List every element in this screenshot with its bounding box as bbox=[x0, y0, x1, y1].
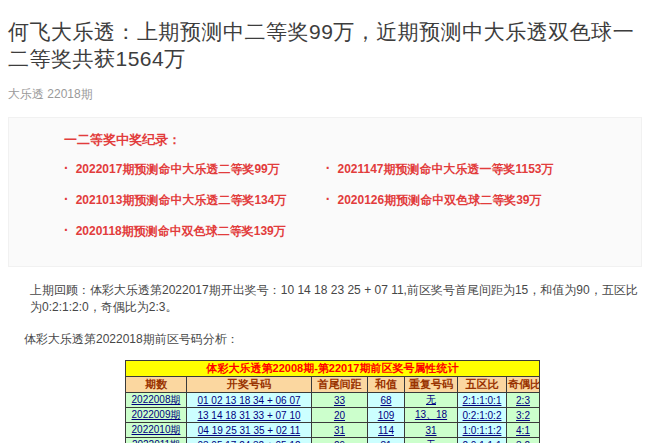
col-header-numbers: 开奖号码 bbox=[187, 377, 312, 393]
table-row: 2022011期 03 05 17 24 32 + 05 12 29 81 无 … bbox=[126, 438, 540, 443]
record-text: 2020126期预测命中双色球二等奖39万 bbox=[337, 192, 541, 209]
cell-repeat: 无 bbox=[405, 393, 458, 408]
cell-zone-ratio: 2:0:1:1:1 bbox=[458, 438, 507, 443]
cell-numbers: 01 02 13 18 34 + 06 07 bbox=[187, 393, 312, 408]
col-header-repeat: 重复号码 bbox=[405, 377, 458, 393]
cell-period: 2022011期 bbox=[126, 438, 187, 443]
table-title: 体彩大乐透第22008期-第22017期前区奖号属性统计 bbox=[126, 361, 540, 377]
table-row: 2022010期 04 19 25 31 35 + 02 11 31 114 3… bbox=[126, 423, 540, 438]
cell-repeat: 13、18 bbox=[405, 408, 458, 423]
cell-zone-ratio: 2:1:1:0:1 bbox=[458, 393, 507, 408]
cell-odd-even: 2:3 bbox=[507, 393, 540, 408]
cell-repeat: 31 bbox=[405, 423, 458, 438]
cell-sum: 114 bbox=[368, 423, 405, 438]
table-title-row: 体彩大乐透第22008期-第22017期前区奖号属性统计 bbox=[126, 361, 540, 377]
record-item: · 2020118期预测命中双色球二等奖139万 bbox=[64, 223, 326, 240]
cell-sum: 109 bbox=[368, 408, 405, 423]
cell-sum: 68 bbox=[368, 393, 405, 408]
cell-span: 33 bbox=[312, 393, 368, 408]
bullet-dot-icon: · bbox=[64, 193, 69, 205]
article-title: 何飞大乐透：上期预测中二等奖99万，近期预测中大乐透双色球一二等奖共获1564万 bbox=[8, 18, 640, 72]
bullet-dot-icon: · bbox=[326, 193, 331, 205]
record-text: 2021147期预测命中大乐透一等奖1153万 bbox=[337, 161, 553, 178]
cell-period: 2022009期 bbox=[126, 408, 187, 423]
table-row: 2022009期 13 14 18 31 33 + 07 10 20 109 1… bbox=[126, 408, 540, 423]
record-text: 2020118期预测命中双色球二等奖139万 bbox=[76, 223, 286, 240]
table-header-row: 期数 开奖号码 首尾间距 和值 重复号码 五区比 奇偶比 bbox=[126, 377, 540, 393]
cell-period: 2022008期 bbox=[126, 393, 187, 408]
cell-odd-even: 3:2 bbox=[507, 408, 540, 423]
records-box: 一二等奖中奖纪录： · 2022017期预测命中大乐透二等奖99万 · 2021… bbox=[8, 117, 642, 267]
records-title: 一二等奖中奖纪录： bbox=[64, 131, 621, 149]
col-header-span: 首尾间距 bbox=[312, 377, 368, 393]
cell-zone-ratio: 1:0:1:1:2 bbox=[458, 423, 507, 438]
article-page: 何飞大乐透：上期预测中二等奖99万，近期预测中大乐透双色球一二等奖共获1564万… bbox=[0, 18, 650, 443]
cell-repeat: 无 bbox=[405, 438, 458, 443]
cell-zone-ratio: 0:2:1:0:2 bbox=[458, 408, 507, 423]
cell-numbers: 03 05 17 24 32 + 05 12 bbox=[187, 438, 312, 443]
cell-span: 29 bbox=[312, 438, 368, 443]
front-zone-stats-table: 体彩大乐透第22008期-第22017期前区奖号属性统计 期数 开奖号码 首尾间… bbox=[125, 360, 540, 443]
record-text: 2022017期预测命中大乐透二等奖99万 bbox=[76, 161, 280, 178]
records-column-right: · 2021147期预测命中大乐透一等奖1153万 · 2020126期预测命中… bbox=[326, 161, 605, 254]
records-column-left: · 2022017期预测命中大乐透二等奖99万 · 2021013期预测命中大乐… bbox=[64, 161, 326, 254]
table-row: 2022008期 01 02 13 18 34 + 06 07 33 68 无 … bbox=[126, 393, 540, 408]
record-item: · 2022017期预测命中大乐透二等奖99万 bbox=[64, 161, 326, 178]
cell-odd-even: 4:1 bbox=[507, 423, 540, 438]
col-header-zone-ratio: 五区比 bbox=[458, 377, 507, 393]
bullet-dot-icon: · bbox=[64, 224, 69, 236]
record-item: · 2020126期预测命中双色球二等奖39万 bbox=[326, 192, 605, 209]
record-item: · 2021147期预测命中大乐透一等奖1153万 bbox=[326, 161, 605, 178]
cell-span: 31 bbox=[312, 423, 368, 438]
cell-period: 2022010期 bbox=[126, 423, 187, 438]
records-columns: · 2022017期预测命中大乐透二等奖99万 · 2021013期预测命中大乐… bbox=[64, 161, 621, 254]
col-header-sum: 和值 bbox=[368, 377, 405, 393]
record-item: · 2021013期预测命中大乐透二等奖134万 bbox=[64, 192, 326, 209]
record-text: 2021013期预测命中大乐透二等奖134万 bbox=[76, 192, 287, 209]
col-header-period: 期数 bbox=[126, 377, 187, 393]
last-draw-review: 上期回顾：体彩大乐透第2022017期开出奖号：10 14 18 23 25 +… bbox=[30, 282, 638, 316]
article-subtitle: 大乐透 22018期 bbox=[8, 86, 642, 103]
col-header-odd-even: 奇偶比 bbox=[507, 377, 540, 393]
cell-numbers: 13 14 18 31 33 + 07 10 bbox=[187, 408, 312, 423]
analysis-intro: 体彩大乐透第2022018期前区号码分析： bbox=[24, 331, 638, 348]
cell-numbers: 04 19 25 31 35 + 02 11 bbox=[187, 423, 312, 438]
bullet-dot-icon: · bbox=[326, 162, 331, 174]
cell-odd-even: 3:2 bbox=[507, 438, 540, 443]
bullet-dot-icon: · bbox=[64, 162, 69, 174]
cell-sum: 81 bbox=[368, 438, 405, 443]
cell-span: 20 bbox=[312, 408, 368, 423]
